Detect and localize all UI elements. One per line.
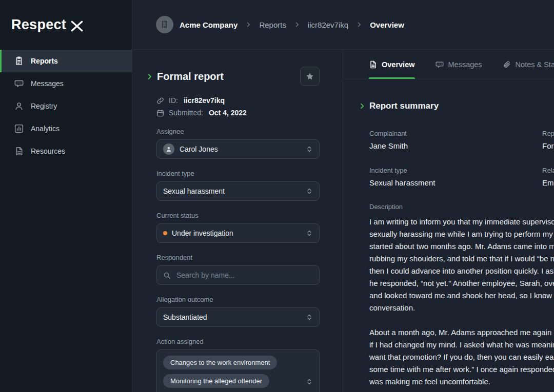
chevron-up-down-icon [306,314,313,321]
assignee-select[interactable]: Carol Jones [156,139,320,159]
allegation-outcome-label: Allegation outcome [156,296,320,303]
allegation-outcome-select[interactable]: Substantiated [156,307,320,327]
section-chevron-icon[interactable] [359,103,365,109]
breadcrumb-current: Overview [370,20,404,29]
breadcrumb-report-id[interactable]: iicr82ev7ikq [308,20,348,29]
chevron-right-icon [294,22,300,28]
assignee-value: Carol Jones [180,145,302,153]
sidebar-item-messages[interactable]: Messages [0,72,132,95]
tab-notes-statements[interactable]: Notes & Statements [503,50,554,79]
current-status-select[interactable]: Under investigation [156,223,320,243]
star-icon [306,72,314,80]
description-block: Description I am writing to inform you t… [369,203,554,388]
messages-icon [14,79,24,88]
company-avatar [156,16,173,33]
sidebar-item-label: Messages [31,79,64,88]
summary-title: Report summary [369,101,439,111]
sidebar-item-resources[interactable]: Resources [0,140,132,162]
overview-tab-icon [369,60,377,69]
chevron-up-down-icon [306,230,313,237]
field-complainant: Complainant Jane Smith [369,130,542,150]
messages-tab-icon [436,60,444,69]
action-chip[interactable]: Monitoring the alleged offender [163,374,269,388]
logo: Respect [0,0,132,50]
report-submitted-row: Submitted: Oct 4, 2022 [156,109,320,117]
breadcrumb: Acme Company Reports iicr82ev7ikq Overvi… [133,0,554,50]
current-status-label: Current status [156,212,320,219]
breadcrumb-company[interactable]: Acme Company [180,20,238,29]
calendar-icon [156,109,164,117]
respondent-search-input[interactable] [175,271,313,280]
avatar [163,143,174,155]
sidebar-item-label: Analytics [31,125,60,133]
search-icon [163,272,171,279]
registry-icon [14,101,24,111]
assignee-label: Assignee [156,128,320,135]
tab-label: Overview [382,60,415,69]
report-detail-panel: Formal report ID: iicr82ev7ikq [133,50,343,392]
chevron-right-icon [245,22,251,28]
description-label: Description [369,203,554,211]
brand-name: Respect [11,17,66,33]
analytics-icon [14,124,24,133]
field-incident-type: Incident type Sexual harassment [369,167,542,187]
current-status-value: Under investigation [172,229,302,237]
report-overview-panel: Overview Messages Notes & Statements [344,50,554,392]
action-assigned-label: Action assigned [156,338,320,345]
sidebar: Respect Reports [0,0,132,392]
status-dot-icon [163,231,167,235]
action-assigned-multiselect[interactable]: Changes to the work environment Monitori… [156,349,320,392]
sidebar-item-reports[interactable]: Reports [0,50,132,72]
chevron-up-down-icon [306,188,313,195]
chevron-up-down-icon [306,146,313,153]
paperclip-icon [503,60,511,69]
sidebar-item-label: Resources [31,147,65,155]
sidebar-item-analytics[interactable]: Analytics [0,117,132,140]
tab-overview[interactable]: Overview [369,50,415,79]
sidebar-item-label: Reports [31,57,58,65]
reports-icon [14,56,24,66]
favorite-button[interactable] [300,67,320,86]
building-icon [160,20,169,29]
incident-type-value: Sexual harassment [163,187,302,195]
section-chevron-icon[interactable] [146,73,153,80]
tab-label: Notes & Statements [516,60,554,69]
link-icon [156,97,164,105]
allegation-outcome-value: Substantiated [163,313,302,321]
tab-bar: Overview Messages Notes & Statements [344,50,554,79]
summary-fields: Complainant Jane Smith Report type Forma… [369,130,554,187]
respondent-search[interactable] [156,265,320,285]
tab-messages[interactable]: Messages [436,50,482,79]
report-id-value: iicr82ev7ikq [184,96,225,105]
sidebar-item-label: Registry [31,102,57,110]
brand-x-icon [70,20,84,32]
report-id-row: ID: iicr82ev7ikq [156,96,320,105]
submitted-label: Submitted: [169,109,203,117]
field-relationship: Relationship Employee [542,167,554,187]
tab-label: Messages [448,60,482,69]
report-title: Formal report [157,71,224,82]
sidebar-item-registry[interactable]: Registry [0,95,132,117]
respondent-label: Respondent [156,254,320,261]
description-paragraph: About a month ago, Mr. Adams approached … [369,326,554,388]
breadcrumb-reports[interactable]: Reports [259,20,286,29]
chevron-up-down-icon [306,378,313,385]
incident-type-label: Incident type [156,170,320,177]
resources-icon [14,147,24,156]
chevron-right-icon [356,22,362,28]
description-paragraph: I am writing to inform you that my immed… [369,216,554,314]
incident-type-select[interactable]: Sexual harassment [156,181,320,201]
action-chip[interactable]: Changes to the work environment [163,356,277,369]
field-report-type: Report type Formal [542,130,554,150]
report-id-label: ID: [169,96,178,105]
submitted-value: Oct 4, 2022 [209,109,247,117]
